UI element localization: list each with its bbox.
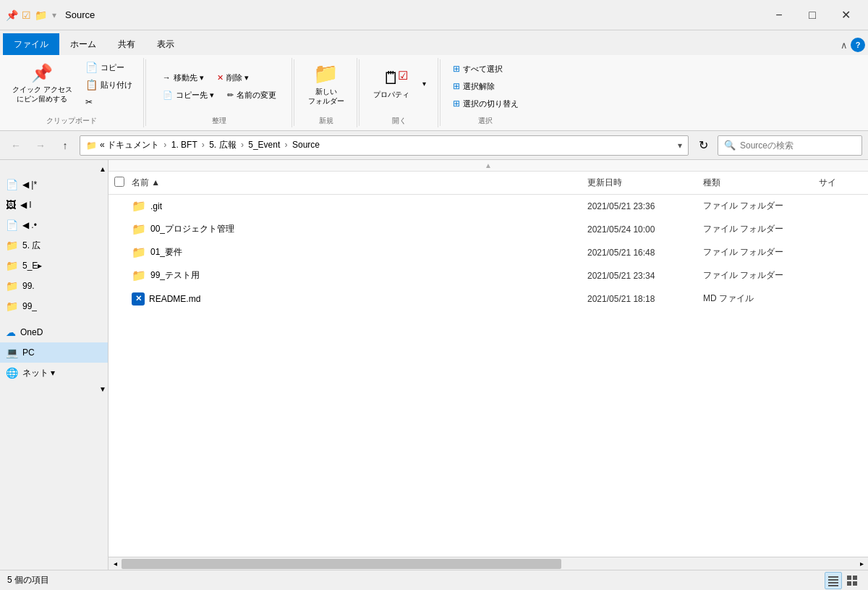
select-buttons: ⊞ すべて選択 ⊞ 選択解除 ⊞ 選択の切り替え [448,59,524,113]
search-bar[interactable]: 🔍 [718,135,862,156]
sidebar-item-network[interactable]: 🌐 ネット ▾ [0,363,108,383]
move-to-button[interactable]: → 移動先 ▾ [158,69,209,85]
organize-label: 整理 [212,113,226,126]
ribbon-tab-bar: ファイル ホーム 共有 表示 ∧ ? [0,30,868,55]
folder5e-icon: 📁 [6,260,18,271]
sidebar-item-99[interactable]: 📁 99. [0,276,108,296]
svg-rect-3 [828,585,838,586]
thumbnail-view-button[interactable] [843,572,861,589]
delete-button[interactable]: ✕ 削除 ▾ [212,69,254,85]
file-row[interactable]: 📁 99_テスト用 2021/05/21 23:34 ファイル フォルダー [109,264,868,287]
h-scroll-thumb[interactable] [122,559,561,569]
sidebar-item-5event[interactable]: 📁 5_E▸ [0,256,108,276]
pin-quickaccess-button[interactable]: 📌 クイック アクセスにピン留めする [6,59,79,107]
sidebar-item-onedrive[interactable]: ☁ OneD [0,322,108,342]
search-icon: 🔍 [724,140,736,151]
help-button[interactable]: ? [851,38,865,52]
ribbon-collapse-button[interactable]: ∧ [841,40,848,51]
properties-button[interactable]: 🗒 ☑ プロパティ [367,59,416,107]
sidebar-scroll-down-button[interactable]: ▼ [98,385,108,393]
rename-icon: ✏ [227,90,234,100]
search-input[interactable] [740,140,856,151]
move-icon: → [163,73,171,82]
forward-button[interactable]: → [30,135,51,156]
detail-view-button[interactable] [825,572,842,589]
copy-button[interactable]: 📄 コピー [80,59,137,75]
folder5-icon: 📁 [6,240,18,251]
h-scroll-left-button[interactable]: ◂ [109,557,122,570]
view-buttons [825,572,861,589]
invert-selection-button[interactable]: ⊞ 選択の切り替え [448,96,524,111]
tab-share[interactable]: 共有 [107,33,146,55]
new-folder-button[interactable]: 📁 新しいフォルダー [302,59,351,107]
minimize-button[interactable]: − [762,4,796,27]
file-row[interactable]: ✕ README.md 2021/05/21 18:18 MD ファイル [109,287,868,311]
quick-access-icon: 📌 [6,9,17,21]
h-scrollbar: ◂ ▸ [109,557,868,570]
address-dropdown-icon[interactable]: ▾ [678,140,682,151]
folder-icon-title: 📁 [35,9,46,21]
rename-button[interactable]: ✏ 名前の変更 [222,87,281,103]
path-folder-icon: 📁 [86,140,97,151]
sidebar-item-5-hirotaka[interactable]: 📁 5. 広 [0,235,108,256]
header-type-col[interactable]: 種類 [703,177,819,189]
cut-icon: ✂ [85,97,93,107]
address-bar[interactable]: 📁 « ドキュメント › 1. BFT › 5. 広報 › 5_Event › … [80,135,689,156]
file-row[interactable]: 📁 .git 2021/05/21 23:36 ファイル フォルダー [109,195,868,218]
copy-to-button[interactable]: 📄 コピー先 ▾ [158,87,219,103]
docs-icon: 📄 [6,219,18,231]
svg-rect-1 [828,579,838,581]
invert-icon: ⊞ [453,98,460,109]
open-dropdown-button[interactable]: ▾ [417,59,432,107]
sidebar-scroll-up-area: ▲ [0,163,108,174]
open-label: 開く [392,113,407,126]
file-name-00: 00_プロジェクト管理 [150,223,587,235]
select-all-checkbox[interactable] [114,177,124,187]
cut-button[interactable]: ✂ [80,94,137,110]
sidebar-item-99u[interactable]: 📁 99_ [0,296,108,316]
close-button[interactable]: ✕ [829,4,862,27]
folder-icon-git: 📁 [132,199,146,213]
images-icon: 🖼 [6,199,16,211]
open-buttons: 🗒 ☑ プロパティ ▾ [367,59,432,113]
svg-rect-7 [853,581,857,586]
up-button[interactable]: ↑ [55,135,75,156]
clipboard-buttons: 📌 クイック アクセスにピン留めする 📄 コピー 📋 貼り付け ✂ [6,59,137,113]
paste-button[interactable]: 📋 貼り付け [80,77,137,93]
deselect-button[interactable]: ⊞ 選択解除 [448,78,500,94]
sort-up-icon: ▲ [485,161,492,169]
delete-icon: ✕ [217,73,224,83]
tab-file[interactable]: ファイル [3,33,59,55]
back-button[interactable]: ← [6,135,26,156]
sidebar-scroll-up-button[interactable]: ▲ [98,165,108,173]
select-all-icon: ⊞ [453,64,460,74]
sidebar-item-images[interactable]: 🖼 ◀ I [0,195,108,215]
select-label: 選択 [478,113,493,126]
file-type-01: ファイル フォルダー [703,246,819,258]
pc-icon: 💻 [6,347,18,358]
header-name-col[interactable]: 名前 ▲ [132,177,587,189]
refresh-button[interactable]: ↻ [693,135,713,156]
h-scroll-right-button[interactable]: ▸ [855,557,868,570]
sidebar-item-docs[interactable]: 📄 ◀ .• [0,215,108,235]
svg-rect-2 [828,582,838,583]
file-row[interactable]: 📁 00_プロジェクト管理 2021/05/24 10:00 ファイル フォルダ… [109,218,868,241]
select-all-button[interactable]: ⊞ すべて選択 [448,61,508,77]
sidebar-scroll-down-area: ▼ [0,383,108,395]
sidebar-item-recent-files[interactable]: 📄 ◀ |* [0,174,108,195]
sidebar-item-pc[interactable]: 💻 PC [0,342,108,363]
folder-icon-01: 📁 [132,245,146,259]
tab-view[interactable]: 表示 [146,33,185,55]
ribbon-group-open: 🗒 ☑ プロパティ ▾ 開く [361,58,438,127]
header-size-col[interactable]: サイ [819,177,862,189]
tab-home[interactable]: ホーム [59,33,107,55]
new-folder-icon: 📁 [313,62,339,85]
file-list: 📁 .git 2021/05/21 23:36 ファイル フォルダー 📁 00_… [109,195,868,557]
maximize-button[interactable]: □ [796,4,829,27]
file-name-readme: README.md [149,294,587,304]
file-row[interactable]: 📁 01_要件 2021/05/21 16:48 ファイル フォルダー [109,241,868,264]
header-date-col[interactable]: 更新日時 [587,177,703,189]
title-separator: ▾ [52,10,56,20]
h-scroll-track[interactable] [122,557,855,570]
file-date-00: 2021/05/24 10:00 [587,224,703,235]
